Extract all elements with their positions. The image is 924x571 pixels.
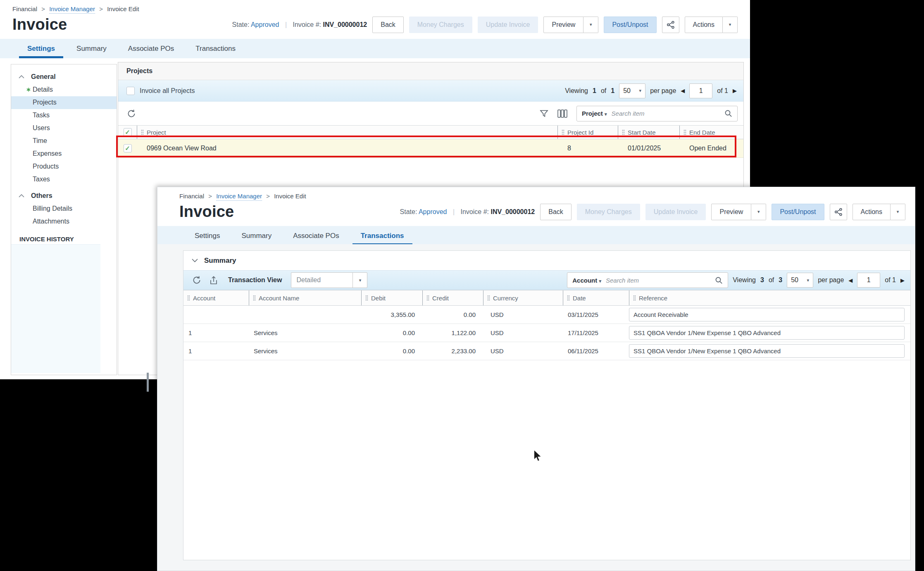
date-cell: 03/11/2025 — [563, 311, 629, 318]
back-button[interactable]: Back — [372, 17, 404, 33]
filter-button[interactable] — [540, 109, 548, 118]
viewing-label: Viewing — [733, 276, 756, 284]
column-header-end-date[interactable]: End Date — [679, 126, 743, 139]
next-page-arrow[interactable]: ▶ — [900, 278, 905, 283]
transaction-row[interactable]: 1 Services 0.00 1,122.00 USD 17/11/2025 — [183, 324, 910, 342]
sidebar-group-general[interactable]: General — [11, 70, 117, 83]
previous-page-arrow[interactable]: ◀ — [681, 88, 685, 93]
share-icon — [834, 208, 843, 216]
column-header-currency[interactable]: Currency — [483, 290, 563, 305]
sidebar-item-time[interactable]: Time — [11, 135, 117, 148]
preview-button[interactable]: Preview — [543, 17, 583, 33]
post-unpost-button[interactable]: Post/Unpost — [604, 17, 656, 33]
chevron-down-icon: ▾ — [639, 88, 642, 93]
tab-settings[interactable]: Settings — [184, 226, 231, 245]
transactions-search-input[interactable] — [605, 276, 711, 284]
page-number-input[interactable] — [857, 273, 880, 288]
refresh-button[interactable] — [126, 109, 136, 119]
of-pages-label: of 1 — [885, 276, 896, 284]
column-header-start-date[interactable]: Start Date — [618, 126, 679, 139]
tab-settings[interactable]: Settings — [17, 39, 66, 58]
actions-button[interactable]: Actions — [853, 204, 891, 220]
column-header-debit[interactable]: Debit — [361, 290, 422, 305]
tab-summary[interactable]: Summary — [231, 226, 282, 245]
export-button[interactable] — [209, 276, 218, 285]
summary-section-header[interactable]: Summary — [183, 251, 910, 270]
breadcrumb-link-invoice-manager[interactable]: Invoice Manager — [49, 5, 95, 14]
column-header-account[interactable]: Account — [183, 290, 249, 305]
page-number-input[interactable] — [689, 83, 712, 98]
search-button[interactable] — [715, 276, 723, 284]
column-header-credit[interactable]: Credit — [422, 290, 483, 305]
sidebar-item-users[interactable]: Users — [11, 122, 117, 135]
viewing-of: of — [769, 276, 774, 284]
tab-associate-pos[interactable]: Associate POs — [282, 226, 350, 245]
sidebar-group-label: Others — [31, 192, 52, 200]
actions-dropdown-button[interactable]: ▾ — [723, 17, 738, 33]
reference-input[interactable] — [629, 308, 905, 321]
share-button[interactable] — [662, 17, 679, 33]
preview-button[interactable]: Preview — [711, 204, 751, 220]
sidebar-item-projects[interactable]: Projects — [11, 96, 117, 109]
sidebar-item-tasks[interactable]: Tasks — [11, 109, 117, 122]
transaction-view-select[interactable]: Detailed ▾ — [291, 272, 367, 288]
drag-handle-icon — [187, 295, 190, 301]
tab-associate-pos[interactable]: Associate POs — [117, 39, 185, 58]
row-checkbox[interactable] — [124, 144, 132, 152]
reference-input[interactable] — [629, 326, 905, 340]
column-header-date[interactable]: Date — [563, 290, 629, 305]
invoice-all-projects-checkbox[interactable] — [126, 87, 135, 95]
columns-button[interactable] — [557, 109, 567, 118]
sidebar-item-billing-details[interactable]: Billing Details — [11, 202, 117, 215]
back-button[interactable]: Back — [540, 204, 572, 220]
invoice-window-transactions: Financial > Invoice Manager > Invoice Ed… — [157, 187, 915, 571]
sidebar-item-attachments[interactable]: Attachments — [11, 215, 117, 228]
sidebar-group-others[interactable]: Others — [11, 189, 117, 202]
column-header-reference[interactable]: Reference — [629, 290, 910, 305]
breadcrumb-link-invoice-manager[interactable]: Invoice Manager — [216, 193, 262, 201]
page-size-select[interactable]: 50 ▾ — [787, 273, 813, 288]
next-page-arrow[interactable]: ▶ — [733, 88, 737, 93]
page-title: Invoice — [179, 203, 234, 221]
tab-summary[interactable]: Summary — [66, 39, 117, 58]
transaction-row[interactable]: 3,355.00 0.00 USD 03/11/2025 — [183, 306, 910, 324]
update-invoice-button[interactable]: Update Invoice — [478, 17, 538, 33]
transaction-row[interactable]: 1 Services 0.00 2,233.00 USD 06/11/2025 — [183, 342, 910, 360]
page-size-select[interactable]: 50 ▾ — [619, 83, 645, 98]
refresh-button[interactable] — [192, 275, 202, 285]
search-category-label: Project — [582, 110, 603, 117]
sidebar-item-expenses[interactable]: Expenses — [11, 148, 117, 160]
actions-dropdown-button[interactable]: ▾ — [891, 204, 905, 220]
preview-dropdown-button[interactable]: ▾ — [751, 204, 766, 220]
search-category-select[interactable]: Account ▾ — [572, 277, 601, 284]
sidebar-item-details[interactable]: Details — [11, 83, 117, 96]
transactions-search-and-pagination: Account ▾ Viewing 3 of 3 50 ▾ — [567, 272, 905, 288]
viewing-total: 3 — [779, 276, 782, 284]
tab-transactions[interactable]: Transactions — [350, 226, 415, 245]
invoice-history-heading: INVOICE HISTORY — [11, 228, 117, 243]
tab-transactions[interactable]: Transactions — [185, 39, 246, 58]
column-header-project[interactable]: Project — [137, 126, 557, 139]
reference-input[interactable] — [629, 344, 905, 358]
sidebar-item-taxes[interactable]: Taxes — [11, 173, 117, 186]
money-charges-button[interactable]: Money Charges — [409, 17, 472, 33]
projects-search-input[interactable] — [611, 109, 721, 117]
money-charges-button[interactable]: Money Charges — [577, 204, 640, 220]
column-header-project-id[interactable]: Project Id — [557, 126, 618, 139]
search-button[interactable] — [724, 109, 732, 117]
search-category-select[interactable]: Project ▾ — [582, 110, 607, 117]
sidebar-item-products[interactable]: Products — [11, 160, 117, 173]
update-invoice-button[interactable]: Update Invoice — [645, 204, 706, 220]
previous-page-arrow[interactable]: ◀ — [848, 278, 853, 283]
post-unpost-button[interactable]: Post/Unpost — [772, 204, 824, 220]
actions-button[interactable]: Actions — [685, 17, 723, 33]
scrollbar-fragment[interactable] — [147, 373, 149, 392]
drag-handle-icon — [487, 295, 490, 301]
account-cell: 1 — [183, 347, 249, 354]
column-header-account-name[interactable]: Account Name — [249, 290, 361, 305]
page-size-value: 50 — [791, 276, 798, 284]
share-button[interactable] — [830, 204, 847, 220]
project-row[interactable]: 0969 Ocean View Road 8 01/01/2025 Open E… — [118, 139, 743, 158]
select-all-checkbox[interactable] — [124, 128, 132, 136]
preview-dropdown-button[interactable]: ▾ — [583, 17, 598, 33]
